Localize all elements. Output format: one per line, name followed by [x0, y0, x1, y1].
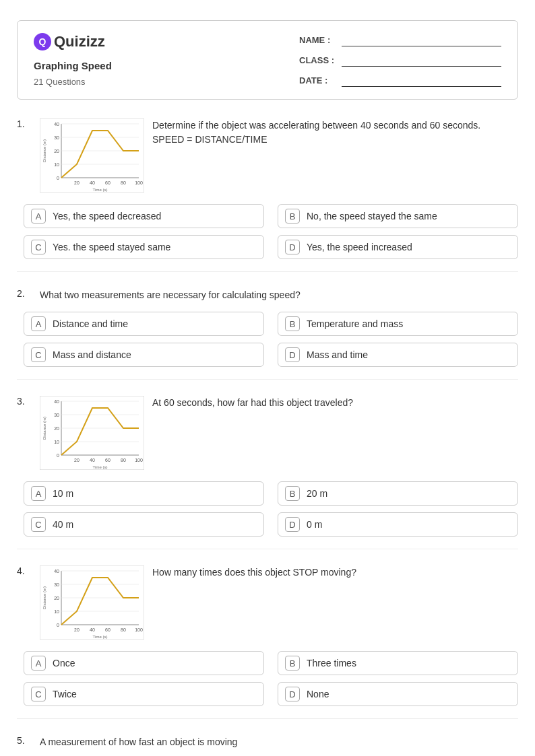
question-3: 3.01020304020406080100Distance (m)Time (…: [17, 396, 518, 549]
option-letter-2-D: D: [285, 347, 300, 362]
q-number-5: 5.: [17, 735, 32, 746]
option-text-3-B: 20 m: [307, 488, 327, 499]
svg-text:40: 40: [54, 399, 59, 404]
logo-text: Quizizz: [54, 33, 105, 50]
date-label: DATE :: [299, 75, 336, 85]
name-row: NAME :: [299, 33, 501, 46]
svg-text:Distance (m): Distance (m): [42, 417, 46, 440]
option-4-A[interactable]: AOnce: [24, 651, 264, 675]
option-1-A[interactable]: AYes, the speed decreased: [24, 204, 264, 228]
q-number-3: 3.: [17, 396, 32, 407]
question-row-5: 5.A measurement of how fast an object is…: [17, 735, 518, 749]
graph-3: 01020304020406080100Distance (m)Time (s): [40, 396, 144, 472]
svg-text:10: 10: [54, 162, 59, 167]
option-text-2-C: Mass and distance: [53, 349, 131, 360]
option-letter-4-A: A: [31, 656, 46, 671]
question-row-1: 1.01020304020406080100Distance (m)Time (…: [17, 118, 518, 195]
option-4-C[interactable]: CTwice: [24, 682, 264, 706]
svg-text:40: 40: [90, 458, 95, 462]
name-input[interactable]: [342, 33, 501, 46]
options-grid-3: A10 mB20 mC40 mD0 m: [24, 481, 518, 537]
option-2-D[interactable]: DMass and time: [278, 343, 518, 367]
name-label: NAME :: [299, 35, 336, 45]
svg-text:Time (s): Time (s): [93, 465, 108, 469]
svg-text:80: 80: [121, 180, 126, 185]
question-4: 4.01020304020406080100Distance (m)Time (…: [17, 565, 518, 719]
svg-text:60: 60: [105, 627, 111, 632]
q-number-2: 2.: [17, 288, 32, 299]
option-1-C[interactable]: CYes. the speed stayed same: [24, 235, 264, 259]
option-1-D[interactable]: DYes, the speed increased: [278, 235, 518, 259]
option-letter-4-C: C: [31, 687, 46, 701]
question-row-3: 3.01020304020406080100Distance (m)Time (…: [17, 396, 518, 472]
svg-text:Time (s): Time (s): [93, 188, 108, 192]
option-1-B[interactable]: BNo, the speed stayed the same: [278, 204, 518, 228]
option-letter-2-C: C: [31, 347, 46, 362]
option-letter-4-D: D: [285, 687, 300, 701]
logo-icon: Q: [34, 33, 51, 50]
svg-text:20: 20: [54, 596, 59, 600]
option-letter-1-D: D: [285, 240, 300, 254]
question-1: 1.01020304020406080100Distance (m)Time (…: [17, 118, 518, 272]
option-text-1-B: No, the speed stayed the same: [307, 211, 437, 221]
option-text-3-A: 10 m: [53, 488, 73, 499]
option-letter-3-D: D: [285, 517, 300, 532]
option-letter-2-B: B: [285, 316, 300, 331]
option-text-4-D: None: [307, 689, 329, 699]
q-text-5: A measurement of how fast an object is m…: [40, 735, 518, 749]
option-letter-1-A: A: [31, 209, 46, 224]
class-label: CLASS :: [299, 55, 336, 65]
option-text-4-B: Three times: [307, 658, 356, 668]
svg-text:60: 60: [105, 180, 111, 185]
option-3-B[interactable]: B20 m: [278, 481, 518, 506]
option-3-D[interactable]: D0 m: [278, 512, 518, 537]
class-row: CLASS :: [299, 53, 501, 67]
svg-text:0: 0: [57, 623, 59, 627]
option-text-2-A: Distance and time: [53, 318, 128, 329]
option-letter-3-C: C: [31, 517, 46, 532]
svg-text:80: 80: [121, 627, 126, 632]
q-number-4: 4.: [17, 565, 32, 576]
option-text-1-D: Yes, the speed increased: [307, 242, 412, 252]
option-2-A[interactable]: ADistance and time: [24, 312, 264, 336]
option-text-2-B: Temperature and mass: [307, 318, 403, 329]
graph-4: 01020304020406080100Distance (m)Time (s): [40, 565, 144, 642]
option-4-D[interactable]: DNone: [278, 682, 518, 706]
svg-text:0: 0: [57, 453, 59, 458]
fields-area: NAME : CLASS : DATE :: [299, 33, 501, 87]
options-grid-4: AOnceBThree timesCTwiceDNone: [24, 651, 518, 706]
header: Q Quizizz Graphing Speed 21 Questions NA…: [17, 20, 518, 100]
option-3-A[interactable]: A10 m: [24, 481, 264, 506]
svg-text:0: 0: [57, 176, 59, 180]
option-text-4-A: Once: [53, 658, 75, 668]
svg-text:20: 20: [74, 458, 80, 462]
svg-text:40: 40: [90, 627, 95, 632]
svg-text:100: 100: [135, 627, 143, 632]
option-text-1-A: Yes, the speed decreased: [53, 211, 161, 221]
q-text-3: At 60 seconds, how far had this object t…: [152, 396, 518, 410]
option-letter-3-A: A: [31, 486, 46, 501]
date-input[interactable]: [342, 73, 501, 87]
q-text-2: What two measurements are necessary for …: [40, 288, 518, 302]
q-text-1: Determine if the object was accelerating…: [152, 118, 518, 147]
option-2-C[interactable]: CMass and distance: [24, 343, 264, 367]
date-row: DATE :: [299, 73, 501, 87]
option-text-3-C: 40 m: [53, 519, 73, 530]
option-3-C[interactable]: C40 m: [24, 512, 264, 537]
option-text-4-C: Twice: [53, 689, 77, 699]
option-2-B[interactable]: BTemperature and mass: [278, 312, 518, 336]
q-number-1: 1.: [17, 118, 32, 129]
svg-text:30: 30: [54, 135, 59, 140]
options-grid-1: AYes, the speed decreasedBNo, the speed …: [24, 204, 518, 259]
quiz-subtitle: 21 Questions: [34, 77, 112, 87]
q-text-4: How many times does this object STOP mov…: [152, 565, 518, 580]
option-letter-3-B: B: [285, 486, 300, 501]
option-text-3-D: 0 m: [307, 519, 322, 530]
option-4-B[interactable]: BThree times: [278, 651, 518, 675]
svg-text:Distance (m): Distance (m): [42, 139, 46, 162]
option-letter-2-A: A: [31, 316, 46, 331]
class-input[interactable]: [342, 53, 501, 67]
svg-text:40: 40: [54, 122, 59, 127]
logo: Q Quizizz: [34, 33, 112, 50]
graph-1: 01020304020406080100Distance (m)Time (s): [40, 118, 144, 195]
